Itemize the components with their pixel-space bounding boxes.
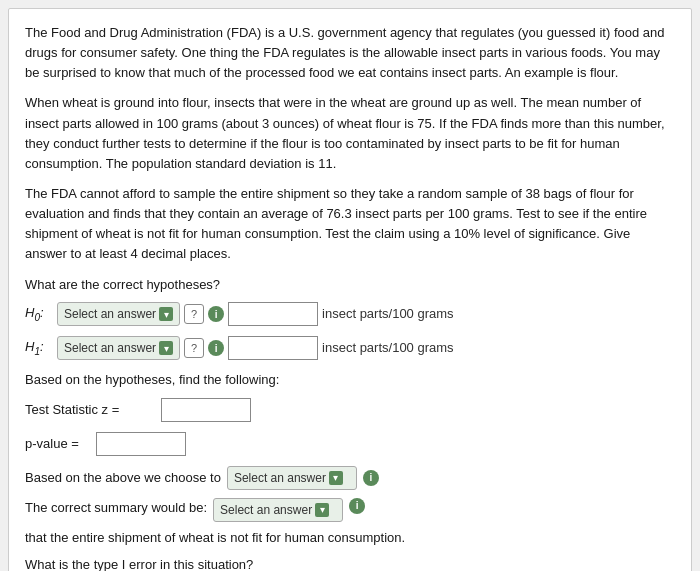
test-statistic-input[interactable] bbox=[161, 398, 251, 422]
h1-row: H1: Select an answer ▾ ? i insect parts/… bbox=[25, 336, 675, 360]
pvalue-input[interactable] bbox=[96, 432, 186, 456]
h0-select-label: Select an answer bbox=[64, 305, 156, 323]
summary-select-icon: ▾ bbox=[315, 503, 329, 517]
h0-info-icon[interactable]: i bbox=[208, 306, 224, 322]
h1-info-icon[interactable]: i bbox=[208, 340, 224, 356]
h0-select[interactable]: Select an answer ▾ bbox=[57, 302, 180, 326]
h1-unit: insect parts/100 grams bbox=[322, 338, 454, 358]
h0-row: H0: Select an answer ▾ ? i insect parts/… bbox=[25, 302, 675, 326]
choose-select[interactable]: Select an answer ▾ bbox=[227, 466, 357, 490]
h0-label: H0: bbox=[25, 303, 53, 325]
choose-row: Based on the above we choose to Select a… bbox=[25, 466, 675, 490]
paragraph-3: The FDA cannot afford to sample the enti… bbox=[25, 184, 675, 265]
h1-question-btn[interactable]: ? bbox=[184, 338, 204, 358]
summary-row: The correct summary would be: Select an … bbox=[25, 498, 675, 548]
summary-select[interactable]: Select an answer ▾ bbox=[213, 498, 343, 522]
h1-select-icon: ▾ bbox=[159, 341, 173, 355]
choose-select-icon: ▾ bbox=[329, 471, 343, 485]
paragraph-2: When wheat is ground into flour, insects… bbox=[25, 93, 675, 174]
paragraph-1: The Food and Drug Administration (FDA) i… bbox=[25, 23, 675, 83]
test-statistic-row: Test Statistic z = bbox=[25, 398, 675, 422]
type-error-label: What is the type I error in this situati… bbox=[25, 555, 675, 571]
summary-suffix: that the entire shipment of wheat is not… bbox=[25, 528, 405, 548]
find-label: Based on the hypotheses, find the follow… bbox=[25, 370, 675, 390]
test-statistic-label: Test Statistic z = bbox=[25, 400, 155, 420]
h1-label: H1: bbox=[25, 337, 53, 359]
h1-select-label: Select an answer bbox=[64, 339, 156, 357]
summary-label: The correct summary would be: bbox=[25, 498, 207, 518]
summary-select-label: Select an answer bbox=[220, 501, 312, 519]
choose-label: Based on the above we choose to bbox=[25, 468, 221, 488]
pvalue-label: p-value = bbox=[25, 434, 90, 454]
h1-value-input[interactable] bbox=[228, 336, 318, 360]
question-label: What are the correct hypotheses? bbox=[25, 275, 675, 295]
main-container: The Food and Drug Administration (FDA) i… bbox=[8, 8, 692, 571]
h0-question-btn[interactable]: ? bbox=[184, 304, 204, 324]
h0-value-input[interactable] bbox=[228, 302, 318, 326]
h0-unit: insect parts/100 grams bbox=[322, 304, 454, 324]
choose-info-icon[interactable]: i bbox=[363, 470, 379, 486]
choose-select-label: Select an answer bbox=[234, 469, 326, 487]
h0-select-icon: ▾ bbox=[159, 307, 173, 321]
type-error-section: What is the type I error in this situati… bbox=[25, 555, 675, 571]
summary-info-icon[interactable]: i bbox=[349, 498, 365, 514]
h1-select[interactable]: Select an answer ▾ bbox=[57, 336, 180, 360]
pvalue-row: p-value = bbox=[25, 432, 675, 456]
question-section: What are the correct hypotheses? H0: Sel… bbox=[25, 275, 675, 571]
